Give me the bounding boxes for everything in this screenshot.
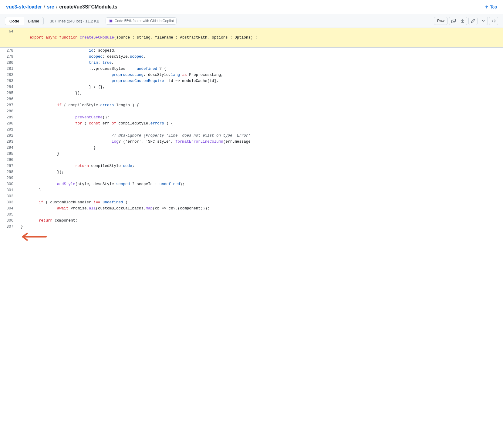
line-number: 296	[0, 157, 18, 163]
line-code: }	[18, 187, 503, 193]
code-button[interactable]: Code	[5, 17, 24, 25]
line-number: 289	[0, 114, 18, 120]
file-info: 307 lines (243 loc) · 11.2 KB	[50, 19, 99, 23]
repo-link[interactable]: vue3-sfc-loader	[6, 4, 42, 10]
copy-button[interactable]	[449, 17, 458, 25]
table-row: 289 preventCache();	[0, 114, 503, 120]
line-number: 306	[0, 218, 18, 224]
line-code	[18, 175, 503, 181]
left-arrow	[18, 232, 49, 241]
line-number: 286	[0, 96, 18, 102]
download-button[interactable]	[458, 17, 467, 25]
table-row: 287 if ( compiledStyle.errors.length ) {	[0, 102, 503, 108]
toolbar-actions: Raw	[434, 17, 498, 25]
pinned-line: 64 export async function createSFCModule…	[0, 28, 503, 48]
line-number: 294	[0, 145, 18, 151]
line-number: 302	[0, 193, 18, 199]
line-code: preventCache();	[18, 114, 503, 120]
arrow-up-icon	[485, 5, 488, 9]
line-code: addStyle(style, descStyle.scoped ? scope…	[18, 181, 503, 187]
toolbar: Code Blame 307 lines (243 loc) · 11.2 KB…	[0, 14, 503, 28]
src-link[interactable]: src	[47, 4, 54, 10]
line-number: 283	[0, 78, 18, 84]
top-label: Top	[490, 5, 497, 9]
line-number: 298	[0, 169, 18, 175]
line-number: 290	[0, 120, 18, 127]
line-number: 293	[0, 139, 18, 145]
table-row: 284 } : {},	[0, 84, 503, 90]
table-row: 283 preprocessCustomRequire: id => modul…	[0, 78, 503, 84]
copilot-text: Code 55% faster with GitHub Copilot	[115, 19, 174, 23]
line-number: 280	[0, 60, 18, 66]
breadcrumb-sep-1: /	[44, 4, 45, 10]
line-code: // @ts-ignore (Property 'line' does not …	[18, 133, 503, 139]
line-number: 297	[0, 163, 18, 169]
top-link[interactable]: Top	[485, 5, 497, 9]
download-icon	[461, 19, 465, 23]
code-icon	[491, 19, 496, 23]
table-row: 306 return component;	[0, 218, 503, 224]
line-code: preprocessCustomRequire: id => moduleCac…	[18, 78, 503, 84]
line-code: await Promise.all(customBlockCallbacks.m…	[18, 205, 503, 212]
table-row: 288	[0, 108, 503, 114]
raw-button[interactable]: Raw	[434, 17, 448, 25]
line-code	[18, 127, 503, 133]
copilot-badge[interactable]: Code 55% faster with GitHub Copilot	[106, 17, 177, 25]
page-header: vue3-sfc-loader / src / createVue3SFCMod…	[0, 0, 503, 14]
table-row: 293 log?.('error', 'SFC style', formatEr…	[0, 139, 503, 145]
chevron-down-icon	[481, 19, 485, 23]
line-number: 282	[0, 72, 18, 78]
symbols-button[interactable]	[489, 17, 498, 25]
line-code: scoped: descStyle.scoped,	[18, 54, 503, 60]
copy-icon	[451, 19, 456, 23]
line-number: 299	[0, 175, 18, 181]
table-row: 279 scoped: descStyle.scoped,	[0, 54, 503, 60]
line-number: 305	[0, 212, 18, 218]
code-table: 278 id: scopeId,279 scoped: descStyle.sc…	[0, 48, 503, 230]
table-row: 285 });	[0, 90, 503, 96]
edit-icon	[471, 19, 475, 23]
svg-point-1	[110, 20, 112, 22]
view-toggle: Code Blame	[5, 17, 44, 25]
table-row: 292 // @ts-ignore (Property 'line' does …	[0, 133, 503, 139]
line-number: 278	[0, 48, 18, 54]
table-row: 303 if ( customBlockHandler !== undefine…	[0, 199, 503, 205]
table-row: 295 }	[0, 151, 503, 157]
line-number: 279	[0, 54, 18, 60]
table-row: 291	[0, 127, 503, 133]
table-row: 280 trim: true,	[0, 60, 503, 66]
line-code: });	[18, 90, 503, 96]
line-code	[18, 193, 503, 199]
table-row: 300 addStyle(style, descStyle.scoped ? s…	[0, 181, 503, 187]
table-row: 296	[0, 157, 503, 163]
more-options-group	[479, 17, 488, 25]
more-button[interactable]	[479, 17, 488, 25]
table-row: 304 await Promise.all(customBlockCallbac…	[0, 205, 503, 212]
table-row: 282 preprocessLang: descStyle.lang as Pr…	[0, 72, 503, 78]
line-code: log?.('error', 'SFC style', formatErrorL…	[18, 139, 503, 145]
line-code: } : {},	[18, 84, 503, 90]
line-number: 281	[0, 66, 18, 72]
line-code: if ( compiledStyle.errors.length ) {	[18, 102, 503, 108]
breadcrumb-sep-2: /	[56, 4, 57, 10]
breadcrumb: vue3-sfc-loader / src / createVue3SFCMod…	[6, 4, 117, 10]
line-code: preprocessLang: descStyle.lang as Prepro…	[18, 72, 503, 78]
line-code	[18, 212, 503, 218]
line-code: });	[18, 169, 503, 175]
edit-button[interactable]	[468, 17, 478, 25]
line-number: 307	[0, 224, 18, 230]
filename: createVue3SFCModule.ts	[59, 4, 117, 10]
line-number: 287	[0, 102, 18, 108]
line-number: 292	[0, 133, 18, 139]
line-number: 303	[0, 199, 18, 205]
blame-button[interactable]: Blame	[24, 17, 44, 25]
line-code: ...processStyles === undefined ? {	[18, 66, 503, 72]
table-row: 297 return compiledStyle.code;	[0, 163, 503, 169]
line-number: 300	[0, 181, 18, 187]
line-code	[18, 96, 503, 102]
line-code: id: scopeId,	[18, 48, 503, 54]
table-row: 298 });	[0, 169, 503, 175]
line-number: 295	[0, 151, 18, 157]
table-row: 299	[0, 175, 503, 181]
table-row: 305	[0, 212, 503, 218]
